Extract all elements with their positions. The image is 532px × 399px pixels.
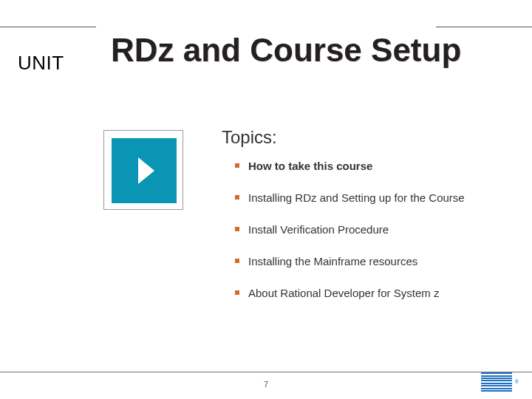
topic-item: Installing the Mainframe resources — [235, 255, 465, 267]
top-rule-right — [436, 27, 532, 27]
ibm-logo-bars — [481, 372, 512, 392]
footer-rule — [0, 372, 532, 372]
topic-item: About Rational Developer for System z — [235, 287, 465, 299]
play-box — [103, 130, 183, 210]
topic-item: Install Verification Procedure — [235, 223, 465, 236]
topic-list: How to take this course Installing RDz a… — [235, 160, 465, 318]
ibm-logo: ® — [481, 372, 519, 392]
top-rule-left — [0, 27, 96, 27]
unit-label: UNIT — [18, 52, 64, 75]
play-icon — [138, 157, 154, 184]
topic-item: How to take this course — [235, 160, 465, 172]
play-icon-container — [112, 138, 177, 203]
page-number: 7 — [264, 380, 268, 389]
registered-mark: ® — [515, 379, 519, 384]
unit-title: RDz and Course Setup — [111, 33, 461, 68]
topics-heading: Topics: — [222, 127, 277, 148]
topic-item: Installing RDz and Setting up for the Co… — [235, 191, 465, 204]
